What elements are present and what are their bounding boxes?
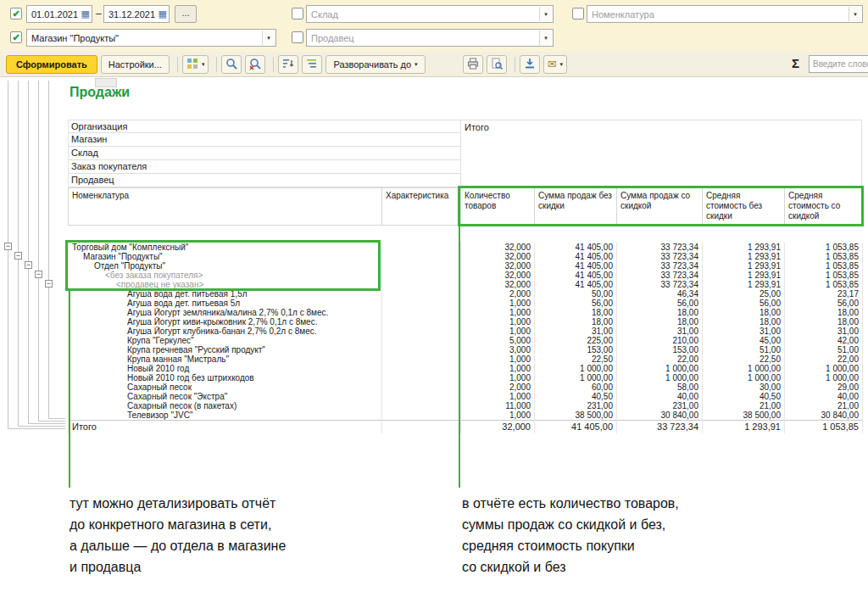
row-value: 210,00 xyxy=(617,336,703,345)
table-row[interactable]: Новый 2010 год1,0001 000,001 000,001 000… xyxy=(69,364,863,373)
send-email-button[interactable]: ✉ ▾ xyxy=(543,55,567,74)
period-checkbox[interactable]: ✔ xyxy=(10,8,22,20)
generate-button[interactable]: Сформировать xyxy=(6,55,97,74)
row-characteristic xyxy=(382,392,461,401)
table-row[interactable]: Агуша вода дет. питьевая 5л1,00056,0056,… xyxy=(69,299,863,308)
row-value: 32,000 xyxy=(461,252,535,261)
table-row[interactable]: Крупа гречневая "Русский продукт"3,00015… xyxy=(69,345,863,355)
row-value: 38 500,00 xyxy=(703,410,785,421)
row-characteristic xyxy=(382,289,461,299)
totals-value: 32,000 xyxy=(461,420,535,433)
table-row[interactable]: Сахарный песок "Экстра"1,00040,5040,0040… xyxy=(69,392,863,401)
chevron-down-icon[interactable]: ▾ xyxy=(539,31,552,45)
row-label: Агуша Йогурт земляника/малина 2,7% 0,1л … xyxy=(69,308,382,317)
seller-combo[interactable]: Продавец ▾ xyxy=(306,29,554,47)
sigma-icon: Σ xyxy=(792,56,799,70)
store-combo[interactable]: Магазин "Продукты" ▾ xyxy=(26,29,276,47)
row-value: 30 840,00 xyxy=(785,410,863,421)
table-row[interactable]: Телевизор "JVC"1,00038 500,0030 840,0038… xyxy=(69,410,863,421)
seller-checkbox[interactable] xyxy=(292,31,303,43)
row-label: Телевизор "JVC" xyxy=(69,410,382,421)
report-variants-button[interactable]: ▾ xyxy=(182,55,209,74)
report-info-rows: ОрганизацияМагазинСкладЗаказ покупателяП… xyxy=(68,120,460,187)
collapse-group-button[interactable]: − xyxy=(35,271,42,278)
row-value: 50,00 xyxy=(535,289,617,299)
tree-tick xyxy=(18,426,65,427)
collapse-group-button[interactable]: − xyxy=(4,243,12,250)
row-value: 1,000 xyxy=(461,299,535,308)
preview-icon xyxy=(491,58,503,71)
table-row[interactable]: Новый 2010 год без штрихкодов1,0001 000,… xyxy=(69,373,863,382)
row-value: 32,000 xyxy=(461,280,535,289)
nomenclature-combo[interactable]: Номенклатура ▾ xyxy=(587,5,863,23)
row-value: 46,34 xyxy=(617,289,703,299)
row-label: Крупа гречневая "Русский продукт" xyxy=(69,345,382,355)
warehouse-checkbox[interactable] xyxy=(292,8,303,20)
calendar-icon[interactable]: ▦ xyxy=(81,8,90,20)
settings-button[interactable]: Настройки... xyxy=(101,55,170,74)
row-value: 1,000 xyxy=(461,392,535,401)
row-value: 31,00 xyxy=(703,327,785,336)
row-value: 1 293,91 xyxy=(703,271,785,280)
table-row[interactable]: Агуша Йогурт киви-крыжовник 2,7% 0,1л с … xyxy=(69,317,863,327)
table-row[interactable]: Агуша Йогурт клубника-банан 2,7% 0,2л с … xyxy=(69,327,863,336)
chevron-down-icon[interactable]: ▾ xyxy=(849,7,861,21)
check-icon: ✔ xyxy=(11,8,21,19)
row-characteristic xyxy=(382,299,461,308)
tree-line xyxy=(8,81,8,428)
table-row[interactable]: Сахарный песок2,00060,0058,0030,0029,00 xyxy=(69,382,863,392)
nomenclature-checkbox[interactable] xyxy=(572,8,584,20)
tree-tick xyxy=(28,423,65,424)
table-row[interactable]: Крупа "Геркулес"5,000225,00210,0045,0042… xyxy=(69,336,863,345)
row-characteristic xyxy=(382,327,461,336)
tree-tick xyxy=(48,418,65,419)
sort-icon xyxy=(282,58,294,71)
totals-value: 1 293,91 xyxy=(703,420,785,433)
save-report-button[interactable] xyxy=(520,55,540,74)
find-button[interactable] xyxy=(221,55,242,74)
row-value: 1 053,85 xyxy=(785,252,863,261)
row-value: 31,00 xyxy=(785,327,863,336)
collapse-group-button[interactable]: − xyxy=(14,252,22,260)
grouping-levels-button[interactable] xyxy=(302,55,322,74)
sort-button[interactable] xyxy=(278,55,298,74)
collapse-group-button[interactable]: − xyxy=(45,280,53,288)
quick-filter-field xyxy=(809,55,868,73)
report-toolbar: Сформировать Настройки... ▾ Разворачиват… xyxy=(0,52,868,77)
table-row[interactable]: Крупа манная "Мистраль"1,00022,5022,0022… xyxy=(69,355,863,364)
print-preview-button[interactable] xyxy=(487,55,507,74)
row-value: 11,000 xyxy=(461,401,535,410)
row-value: 30,00 xyxy=(703,382,785,392)
quick-filter-input[interactable] xyxy=(810,56,868,72)
calendar-icon[interactable]: ▦ xyxy=(159,8,167,20)
row-value: 58,00 xyxy=(617,382,703,392)
period-more-button[interactable]: ... xyxy=(175,5,197,23)
row-label: Новый 2010 год без штрихкодов xyxy=(69,373,382,382)
cancel-find-button[interactable] xyxy=(245,55,265,74)
warehouse-combo[interactable]: Склад ▾ xyxy=(306,5,554,23)
chevron-down-icon: ▾ xyxy=(415,61,418,68)
table-row[interactable]: Агуша Йогурт земляника/малина 2,7% 0,1л … xyxy=(69,308,863,317)
row-value: 1 053,85 xyxy=(785,271,863,280)
row-value: 231,00 xyxy=(535,401,617,410)
chevron-down-icon: ▾ xyxy=(560,61,564,68)
row-value: 1,000 xyxy=(461,355,535,364)
row-value: 3,000 xyxy=(461,345,535,355)
nomenclature-placeholder: Номенклатура xyxy=(592,9,847,20)
tree-line xyxy=(28,81,29,423)
chevron-down-icon[interactable]: ▾ xyxy=(262,31,275,45)
expand-to-button[interactable]: Разворачивать до ▾ xyxy=(326,55,425,74)
collapse-group-button[interactable]: − xyxy=(25,261,32,269)
row-characteristic xyxy=(382,345,461,355)
store-checkbox[interactable]: ✔ xyxy=(10,31,22,43)
info-row-label: Магазин xyxy=(69,133,460,147)
column-header[interactable]: Характеристика xyxy=(382,188,461,226)
column-header[interactable]: Номенклатура xyxy=(69,188,382,226)
print-button[interactable] xyxy=(463,55,483,74)
tree-tick xyxy=(8,428,65,429)
table-row[interactable]: Сахарный песок (в пакетах)11,000231,0023… xyxy=(69,401,863,410)
search-cancel-icon xyxy=(249,58,261,71)
right-annotation-note: в отчёте есть количество товаров, суммы … xyxy=(462,493,679,578)
seller-placeholder: Продавец xyxy=(311,33,537,43)
chevron-down-icon[interactable]: ▾ xyxy=(539,7,552,21)
